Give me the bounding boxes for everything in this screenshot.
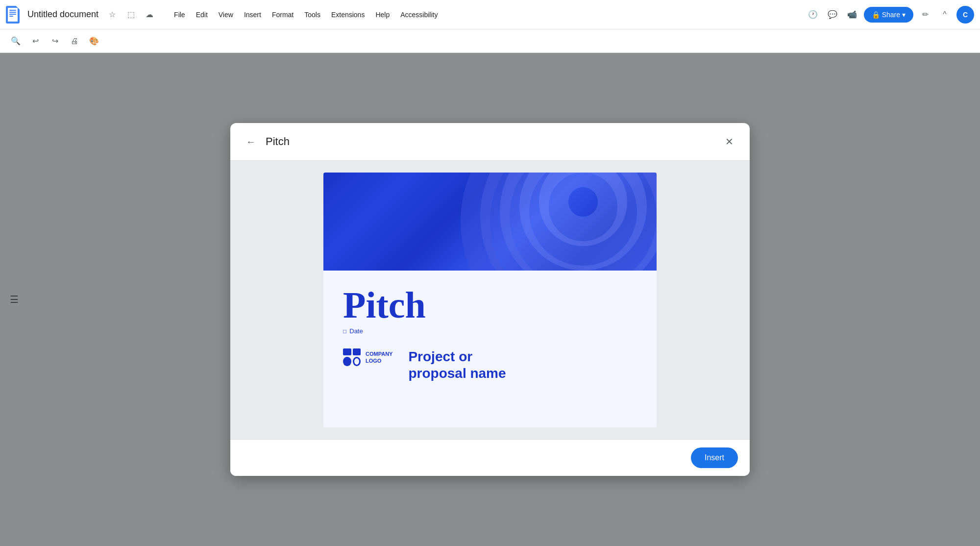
template-content: Pitch □ Date: [323, 271, 657, 427]
calendar-icon: □: [343, 328, 346, 335]
share-label: Share: [882, 11, 900, 19]
project-name-line2: proposal name: [408, 365, 506, 382]
back-arrow-icon: ←: [246, 136, 256, 148]
menu-file[interactable]: File: [169, 9, 190, 21]
lock-icon: 🔒: [872, 11, 880, 19]
chevron-up-icon[interactable]: ^: [937, 7, 953, 23]
star-icon[interactable]: ☆: [104, 7, 120, 23]
modal-title: Pitch: [266, 135, 290, 148]
secondary-toolbar: 🔍 ↩ ↪ 🖨 🎨: [0, 29, 980, 53]
date-label: Date: [349, 327, 363, 335]
template-date-row: □ Date: [343, 327, 637, 335]
company-name: COMPANY LOGO: [366, 350, 392, 365]
back-button[interactable]: ←: [242, 133, 260, 150]
company-logo-line1: COMPANY: [366, 350, 392, 357]
wave-container: [323, 173, 657, 271]
logo-sq-4: [353, 357, 361, 367]
edit-icon[interactable]: ✏: [917, 7, 933, 23]
logo-sq-3: [343, 357, 351, 367]
menu-help[interactable]: Help: [370, 9, 394, 21]
redo-icon[interactable]: ↪: [47, 33, 63, 49]
menu-edit[interactable]: Edit: [191, 9, 213, 21]
modal-overlay: ← Pitch ✕: [0, 53, 980, 546]
modal-footer: Insert: [230, 439, 750, 476]
modal-header: ← Pitch ✕: [230, 123, 750, 161]
template-preview-card[interactable]: Pitch □ Date: [323, 173, 657, 427]
menu-format[interactable]: Format: [267, 9, 298, 21]
menu-bar: File Edit View Insert Format Tools Exten…: [169, 9, 442, 21]
template-bottom-row: COMPANY LOGO Project or proposal name: [343, 348, 637, 381]
history-icon[interactable]: 🕐: [805, 7, 821, 23]
logo-squares: [343, 348, 361, 366]
undo-icon[interactable]: ↩: [27, 33, 43, 49]
topbar: Untitled document ☆ ⬚ ☁ File Edit View I…: [0, 0, 980, 29]
project-name: Project or proposal name: [408, 348, 506, 381]
search-icon[interactable]: 🔍: [8, 33, 24, 49]
template-header-image: [323, 173, 657, 271]
close-icon: ✕: [725, 136, 734, 148]
share-button[interactable]: 🔒 Share ▾: [864, 7, 913, 23]
topbar-right: 🕐 💬 📹 🔒 Share ▾ ✏ ^ C: [805, 6, 974, 24]
share-chevron-icon: ▾: [902, 11, 906, 19]
menu-insert[interactable]: Insert: [239, 9, 266, 21]
insert-button[interactable]: Insert: [691, 447, 738, 468]
logo-sq-2: [353, 348, 361, 355]
template-pitch-title: Pitch: [343, 286, 637, 323]
print-icon[interactable]: 🖨: [67, 33, 82, 49]
app-logo: [6, 6, 20, 24]
modal-body: Pitch □ Date: [230, 161, 750, 439]
company-logo-line2: LOGO: [366, 357, 392, 364]
format-paint-icon[interactable]: 🎨: [86, 33, 102, 49]
doc-icons: ☆ ⬚ ☁: [104, 7, 157, 23]
doc-title[interactable]: Untitled document: [27, 9, 98, 20]
close-button[interactable]: ✕: [720, 133, 738, 150]
modal: ← Pitch ✕: [230, 123, 750, 476]
menu-accessibility[interactable]: Accessibility: [395, 9, 442, 21]
menu-extensions[interactable]: Extensions: [326, 9, 369, 21]
logo-sq-1: [343, 348, 351, 355]
doc-area: ☰ ← Pitch ✕: [0, 53, 980, 546]
company-logo-block: COMPANY LOGO: [343, 348, 392, 366]
folder-icon[interactable]: ⬚: [123, 7, 139, 23]
meet-icon[interactable]: 📹: [844, 7, 860, 23]
menu-tools[interactable]: Tools: [299, 9, 325, 21]
menu-view[interactable]: View: [214, 9, 238, 21]
cloud-icon[interactable]: ☁: [142, 7, 157, 23]
comment-icon[interactable]: 💬: [825, 7, 840, 23]
project-name-line1: Project or: [408, 348, 506, 365]
avatar[interactable]: C: [956, 6, 974, 24]
doc-title-section: Untitled document: [27, 9, 98, 20]
